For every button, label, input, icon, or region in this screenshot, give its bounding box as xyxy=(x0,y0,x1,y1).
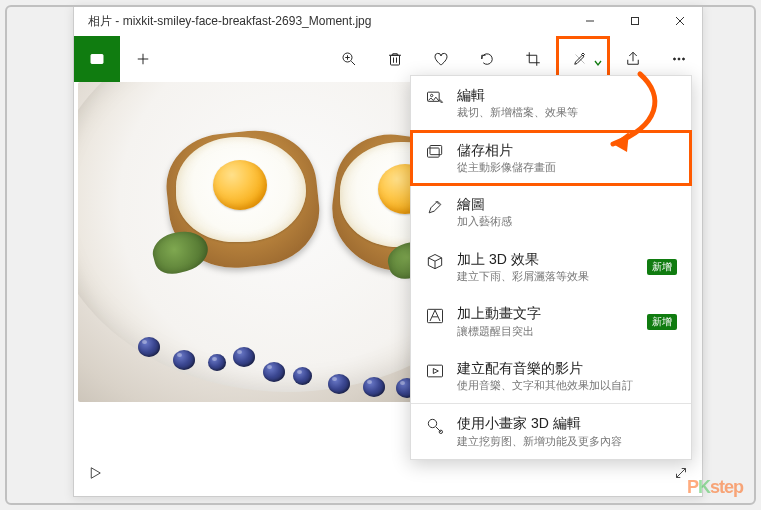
chevron-down-icon xyxy=(593,54,603,64)
menu-item-title: 儲存相片 xyxy=(457,141,677,159)
text-icon xyxy=(425,306,445,326)
menu-item-subtitle: 建立下雨、彩屑灑落等效果 xyxy=(457,269,635,284)
window-title: 相片 - mixkit-smiley-face-breakfast-2693_M… xyxy=(74,13,567,30)
menu-item-paint3d[interactable]: 使用小畫家 3D 編輯 建立挖剪图、新增功能及更多內容 xyxy=(411,404,691,459)
new-badge: 新增 xyxy=(647,259,677,275)
svg-line-9 xyxy=(351,61,355,65)
edit-create-menu: 編輯 裁切、新增檔案、效果等 儲存相片 從主動影像儲存畫面 繪圖 加入藝術感 加… xyxy=(410,75,692,460)
menu-item-subtitle: 裁切、新增檔案、效果等 xyxy=(457,105,677,120)
svg-rect-26 xyxy=(428,365,443,377)
menu-item-draw[interactable]: 繪圖 加入藝術感 xyxy=(411,185,691,240)
svg-marker-27 xyxy=(433,368,438,373)
play-button[interactable] xyxy=(86,464,104,486)
pen-icon xyxy=(425,197,445,217)
fullscreen-button[interactable] xyxy=(672,464,690,486)
svg-rect-23 xyxy=(428,148,440,157)
photo-edit-icon xyxy=(425,88,445,108)
svg-marker-19 xyxy=(91,468,100,479)
svg-point-28 xyxy=(428,420,436,428)
svg-point-16 xyxy=(674,58,676,60)
menu-item-edit[interactable]: 編輯 裁切、新增檔案、效果等 xyxy=(411,76,691,131)
cube-3d-icon xyxy=(425,252,445,272)
new-badge: 新增 xyxy=(647,314,677,330)
menu-item-title: 加上動畫文字 xyxy=(457,304,635,322)
svg-rect-1 xyxy=(631,18,638,25)
menu-item-3d-effects[interactable]: 加上 3D 效果 建立下雨、彩屑灑落等效果 新增 xyxy=(411,240,691,295)
paint3d-icon xyxy=(425,416,445,436)
menu-item-animated-text[interactable]: 加上動畫文字 讓標題醒目突出 新增 xyxy=(411,294,691,349)
menu-item-subtitle: 建立挖剪图、新增功能及更多內容 xyxy=(457,434,677,449)
menu-item-subtitle: 加入藝術感 xyxy=(457,214,677,229)
svg-point-22 xyxy=(431,94,433,96)
menu-item-title: 建立配有音樂的影片 xyxy=(457,359,677,377)
svg-point-5 xyxy=(94,57,96,59)
menu-item-title: 編輯 xyxy=(457,86,677,104)
svg-point-17 xyxy=(678,58,680,60)
menu-item-title: 使用小畫家 3D 編輯 xyxy=(457,414,677,432)
collection-button[interactable] xyxy=(74,36,120,82)
svg-rect-24 xyxy=(430,145,442,154)
video-music-icon xyxy=(425,361,445,381)
menu-item-subtitle: 從主動影像儲存畫面 xyxy=(457,160,677,175)
menu-item-subtitle: 讓標題醒目突出 xyxy=(457,324,635,339)
menu-item-video-music[interactable]: 建立配有音樂的影片 使用音樂、文字和其他效果加以自訂 xyxy=(411,349,691,404)
svg-point-18 xyxy=(683,58,685,60)
save-photo-icon xyxy=(425,143,445,163)
titlebar: 相片 - mixkit-smiley-face-breakfast-2693_M… xyxy=(74,6,702,36)
add-button[interactable] xyxy=(120,36,166,82)
svg-line-20 xyxy=(677,469,686,478)
close-button[interactable] xyxy=(657,6,702,36)
svg-rect-12 xyxy=(391,55,400,65)
window-controls xyxy=(567,6,702,36)
menu-item-subtitle: 使用音樂、文字和其他效果加以自訂 xyxy=(457,378,677,393)
menu-item-title: 繪圖 xyxy=(457,195,677,213)
minimize-button[interactable] xyxy=(567,6,612,36)
zoom-button[interactable] xyxy=(326,36,372,82)
menu-item-title: 加上 3D 效果 xyxy=(457,250,635,268)
menu-item-save-photo[interactable]: 儲存相片 從主動影像儲存畫面 xyxy=(411,131,691,186)
maximize-button[interactable] xyxy=(612,6,657,36)
